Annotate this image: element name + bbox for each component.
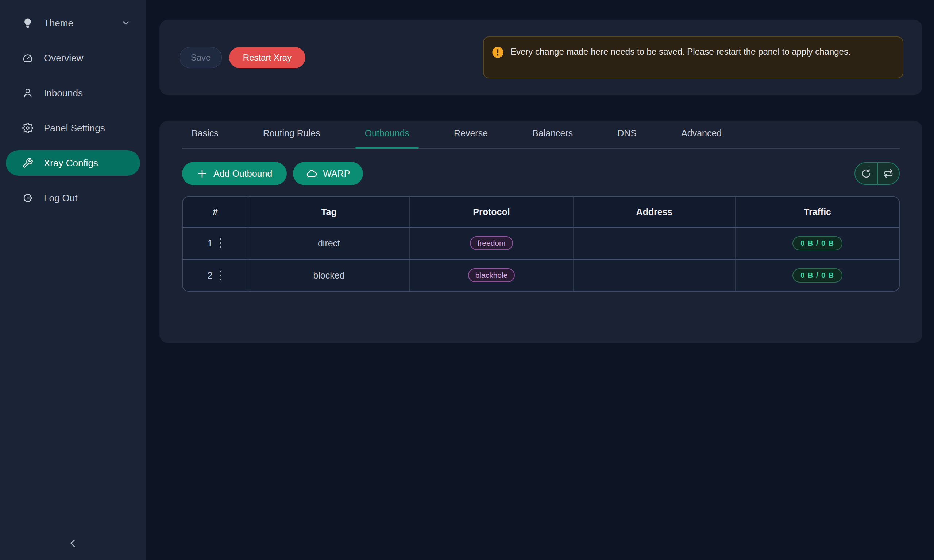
row-handle: 2 — [208, 269, 223, 282]
bulb-icon — [22, 17, 34, 29]
main-content: Save Restart Xray Every change made here… — [146, 0, 934, 560]
config-tabs: Basics Routing Rules Outbounds Reverse B… — [182, 121, 900, 149]
sidebar-item-xray-configs[interactable]: Xray Configs — [6, 150, 140, 176]
user-icon — [22, 87, 34, 99]
cell-tag: direct — [248, 228, 409, 259]
column-header-address: Address — [573, 197, 735, 227]
chevron-left-icon — [67, 537, 79, 549]
row-index: 2 — [208, 270, 213, 281]
protocol-badge: freedom — [470, 236, 513, 250]
cloud-icon — [306, 168, 317, 179]
warp-button[interactable]: WARP — [293, 162, 363, 185]
wrench-icon — [22, 157, 34, 169]
add-outbound-label: Add Outbound — [213, 168, 272, 179]
column-header-tag: Tag — [248, 197, 409, 227]
plus-icon — [197, 168, 208, 179]
outbound-actions: Add Outbound WARP — [182, 162, 900, 185]
column-header-traffic: Traffic — [735, 197, 899, 227]
sidebar-item-overview[interactable]: Overview — [6, 45, 140, 71]
traffic-badge: 0 B / 0 B — [792, 268, 842, 283]
cell-address — [573, 228, 735, 259]
row-menu-icon[interactable] — [218, 269, 223, 282]
table-header: # Tag Protocol Address Traffic — [183, 197, 899, 228]
repeat-icon — [883, 168, 894, 179]
sidebar-item-label: Xray Configs — [44, 157, 131, 169]
row-index: 1 — [208, 238, 213, 249]
table-row: 1 direct freedom 0 B / 0 B — [183, 228, 899, 259]
tab-dns[interactable]: DNS — [613, 121, 641, 148]
sidebar-item-label: Panel Settings — [44, 123, 131, 134]
tab-balancers[interactable]: Balancers — [528, 121, 577, 148]
tab-routing-rules[interactable]: Routing Rules — [259, 121, 325, 148]
add-outbound-button[interactable]: Add Outbound — [182, 162, 287, 185]
sidebar-item-label: Theme — [44, 17, 121, 29]
repeat-button[interactable] — [877, 163, 899, 184]
gear-icon — [22, 122, 34, 134]
tab-advanced[interactable]: Advanced — [677, 121, 726, 148]
sidebar-item-label: Overview — [44, 52, 131, 64]
column-header-protocol: Protocol — [409, 197, 573, 227]
tab-basics[interactable]: Basics — [187, 121, 223, 148]
cell-address — [573, 260, 735, 291]
cell-tag: blocked — [248, 260, 409, 291]
restart-xray-button[interactable]: Restart Xray — [229, 47, 305, 68]
chevron-down-icon — [121, 18, 131, 28]
table-row: 2 blocked blackhole 0 B / 0 B — [183, 259, 899, 291]
warning-alert: Every change made here needs to be saved… — [483, 37, 903, 78]
tab-reverse[interactable]: Reverse — [450, 121, 492, 148]
outbounds-table: # Tag Protocol Address Traffic 1 direct — [182, 196, 900, 292]
tab-outbounds[interactable]: Outbounds — [361, 121, 414, 148]
sidebar-item-log-out[interactable]: Log Out — [6, 185, 140, 211]
sync-button[interactable] — [855, 163, 877, 184]
column-header-index: # — [183, 197, 248, 227]
app-root: Theme Overview — [0, 0, 934, 560]
logout-icon — [22, 192, 34, 204]
sidebar: Theme Overview — [0, 0, 146, 560]
sidebar-item-label: Log Out — [44, 192, 131, 204]
refresh-button-group — [854, 162, 900, 185]
protocol-badge: blackhole — [468, 268, 515, 282]
xray-config-card: Basics Routing Rules Outbounds Reverse B… — [159, 121, 922, 343]
save-restart-card: Save Restart Xray Every change made here… — [159, 20, 922, 95]
gauge-icon — [22, 52, 34, 64]
warp-label: WARP — [323, 168, 350, 179]
warning-icon — [492, 46, 504, 58]
row-handle: 1 — [208, 237, 223, 250]
traffic-badge: 0 B / 0 B — [792, 236, 842, 251]
sidebar-collapse-button[interactable] — [0, 537, 146, 550]
sidebar-item-inbounds[interactable]: Inbounds — [6, 80, 140, 106]
sidebar-item-panel-settings[interactable]: Panel Settings — [6, 115, 140, 141]
sidebar-item-theme[interactable]: Theme — [6, 10, 140, 36]
sidebar-item-label: Inbounds — [44, 88, 131, 99]
sync-icon — [861, 168, 872, 179]
save-button[interactable]: Save — [179, 47, 222, 68]
topbar-buttons: Save Restart Xray — [179, 47, 305, 68]
warning-text: Every change made here needs to be saved… — [510, 45, 851, 59]
row-menu-icon[interactable] — [218, 237, 223, 250]
